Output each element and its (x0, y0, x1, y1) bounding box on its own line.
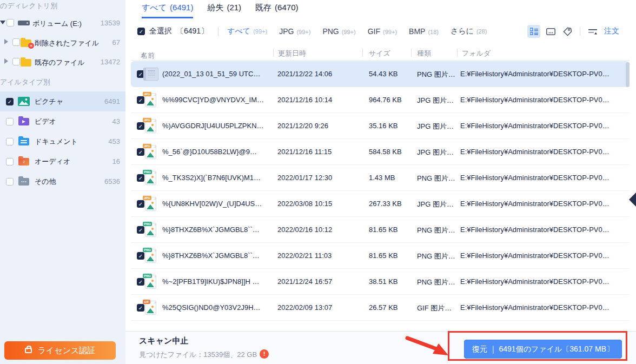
delete-badge-icon: × (28, 43, 34, 49)
image-thumbnail (143, 68, 158, 81)
filter-jpg[interactable]: JPG(99+) (279, 27, 310, 36)
documents-checkbox[interactable] (6, 138, 14, 145)
tab-all[interactable]: すべて(6491) (142, 3, 193, 18)
file-size: 54.43 KB (369, 70, 398, 78)
stop-scan-button[interactable]: スキャン中止 (139, 336, 188, 346)
audio-checkbox[interactable] (6, 158, 14, 166)
divider (218, 27, 218, 36)
filter-png[interactable]: PNG(99+) (322, 27, 355, 36)
pictures-count: 6491 (104, 97, 120, 105)
file-type-badge: PNG (143, 222, 152, 226)
sidebar-item-deleted-files[interactable]: × 削除されたファイル 67 (0, 35, 125, 50)
table-row[interactable]: ✓ PNG %~2[PFB1T9]IKU)$JPN8]]H … 2021/12/… (131, 269, 630, 295)
image-file-icon: JPG (145, 119, 156, 133)
collapse-caret-icon[interactable] (4, 39, 8, 44)
column-folder[interactable]: フォルダ (462, 49, 491, 58)
filter-more[interactable]: さらに(28) (451, 27, 487, 36)
file-folder: E:¥FileHistory¥Administrator¥DESKTOP-PV0… (460, 148, 627, 156)
file-folder: E:¥FileHistory¥Administrator¥DESKTOP-PV0… (460, 303, 627, 312)
file-folder: E:¥FileHistory¥Administrator¥DESKTOP-PV0… (460, 252, 627, 260)
existing-files-checkbox[interactable] (12, 58, 20, 65)
filetype-section-label: アイルタイプ別 (0, 77, 50, 87)
file-name: %%99CVC]YD@VNYDVX_IM… (162, 96, 275, 104)
table-row[interactable]: ✓ PNG %}8THXZ6B%X`JGMGBL8``… 2022/02/21 … (131, 243, 630, 269)
sidebar-item-pictures[interactable]: ✓ ピクチャ 6491 (0, 91, 125, 111)
result-tabs: すべて(6491) 紛失(21) 既存(6470) (142, 3, 298, 18)
sidebar-item-video[interactable]: ビデオ 43 (0, 111, 125, 131)
column-date[interactable]: 更新日時 (278, 49, 306, 58)
table-row[interactable]: ✓ GIF %25QSIG()ND0@Y03V2J9H… 2022/02/09 … (131, 295, 630, 321)
file-type: PNG 图片… (417, 226, 455, 235)
video-checkbox[interactable] (6, 118, 14, 125)
row-checkbox[interactable]: ✓ (137, 122, 144, 130)
volume-e-count: 13539 (101, 19, 120, 27)
order-button[interactable]: 注文 (604, 27, 619, 36)
select-all-checkbox[interactable]: ✓ (137, 28, 145, 35)
filter-gif[interactable]: GIF(99+) (368, 27, 397, 36)
sidebar-item-documents[interactable]: ドキュメント 453 (0, 131, 125, 151)
file-date: 2021/12/16 11:15 (277, 148, 332, 156)
row-checkbox[interactable]: ✓ (137, 226, 144, 234)
image-file-icon: PNG (145, 249, 156, 263)
tag-icon[interactable] (561, 25, 574, 38)
file-type-badge: JPG (143, 144, 151, 148)
table-row[interactable]: ✓ JPG %)AVGGDRJ[U4UU5PLZPKN… 2021/12/20 … (131, 113, 630, 139)
table-row[interactable]: ✓ (2022_01_13 01_51_59 UTC… 2021/12/22 1… (131, 61, 630, 87)
image-file-icon: PNG (145, 171, 156, 185)
column-type[interactable]: 種類 (417, 49, 431, 58)
table-row[interactable]: ✓ JPG %%99CVC]YD@VNYDVX_IM… 2021/12/16 1… (131, 87, 630, 113)
volume-e-checkbox[interactable] (6, 19, 14, 27)
file-table: ✓ (2022_01_13 01_51_59 UTC… 2021/12/22 1… (131, 61, 630, 321)
divider (580, 27, 580, 36)
row-checkbox[interactable]: ✓ (137, 148, 144, 156)
row-checkbox[interactable]: ✓ (137, 278, 144, 286)
file-size: 584.58 KB (369, 148, 402, 156)
file-type-badge: PNG (143, 170, 152, 174)
others-checkbox[interactable] (6, 178, 14, 186)
row-checkbox[interactable]: ✓ (137, 200, 144, 208)
file-date: 2021/12/24 16:57 (277, 277, 332, 286)
found-files-text: 見つけたファイル：13539個、22 GB (139, 350, 257, 360)
collapse-panel-arrow-icon[interactable] (629, 193, 636, 207)
expand-caret-icon[interactable] (0, 21, 5, 24)
collapse-caret-icon[interactable] (4, 58, 8, 64)
sidebar-item-existing-files[interactable]: 既存のファイル 13472 (0, 54, 125, 69)
table-row[interactable]: ✓ JPG %_56`@}D10U58B2LW}@9… 2021/12/16 1… (131, 139, 630, 165)
deleted-files-count: 67 (112, 38, 120, 47)
row-checkbox[interactable]: ✓ (137, 174, 144, 182)
filter-bmp[interactable]: BMP(18) (409, 27, 439, 36)
documents-count: 453 (108, 137, 120, 145)
main-panel: すべて(6491) 紛失(21) 既存(6470) ✓ 全選択 〔6491〕 す… (125, 0, 636, 364)
table-row[interactable]: ✓ PNG %}8THXZ6B%X`JGMGBL8``… 2022/02/16 … (131, 217, 630, 243)
file-size: 267.33 KB (369, 200, 402, 208)
license-activation-button[interactable]: ライセンス認証 (4, 341, 116, 360)
row-checkbox[interactable]: ✓ (137, 96, 144, 104)
file-folder: E:¥FileHistory¥Administrator¥DESKTOP-PV0… (460, 122, 627, 130)
restore-button[interactable]: 復元 ｜ 6491個のファイル〔361.07 MB〕 (464, 340, 622, 359)
video-icon (18, 118, 30, 125)
vertical-scrollbar[interactable] (626, 62, 630, 87)
file-name: %_TK3S2)X](`B7N6[UVK)M1… (162, 174, 275, 182)
column-size[interactable]: サイズ (369, 49, 390, 58)
sort-icon[interactable] (586, 25, 599, 38)
list-view-icon[interactable] (527, 25, 540, 38)
file-type-badge: PNG (143, 274, 152, 278)
file-folder: E:¥FileHistory¥Administrator¥DESKTOP-PV0… (460, 70, 627, 78)
row-checkbox[interactable]: ✓ (137, 252, 144, 260)
tab-existing[interactable]: 既存(6470) (255, 3, 298, 18)
filter-all[interactable]: すべて(99+) (227, 27, 267, 36)
file-date: 2022/02/21 11:03 (277, 252, 332, 260)
table-row[interactable]: ✓ PNG %_TK3S2)X](`B7N6[UVK)M1… 2022/01/1… (131, 165, 630, 191)
file-size: 81.65 KB (369, 226, 398, 234)
thumbnail-view-icon[interactable] (544, 25, 557, 38)
sidebar-item-audio[interactable]: ♪ オーディオ 16 (0, 151, 125, 171)
deleted-files-checkbox[interactable] (12, 38, 20, 46)
table-row[interactable]: ✓ JPG %{UN8KHV[02W)V_(U]D4US… 2022/03/08… (131, 191, 630, 217)
tab-lost[interactable]: 紛失(21) (207, 3, 241, 18)
sidebar-item-volume-e[interactable]: ボリューム (E:) 13539 (0, 15, 125, 30)
documents-label: ドキュメント (35, 137, 78, 147)
row-checkbox[interactable]: ✓ (137, 304, 144, 312)
sidebar-item-others[interactable]: … その他 6536 (0, 171, 125, 191)
pictures-checkbox[interactable]: ✓ (6, 98, 14, 105)
warning-icon[interactable]: ! (260, 349, 269, 359)
